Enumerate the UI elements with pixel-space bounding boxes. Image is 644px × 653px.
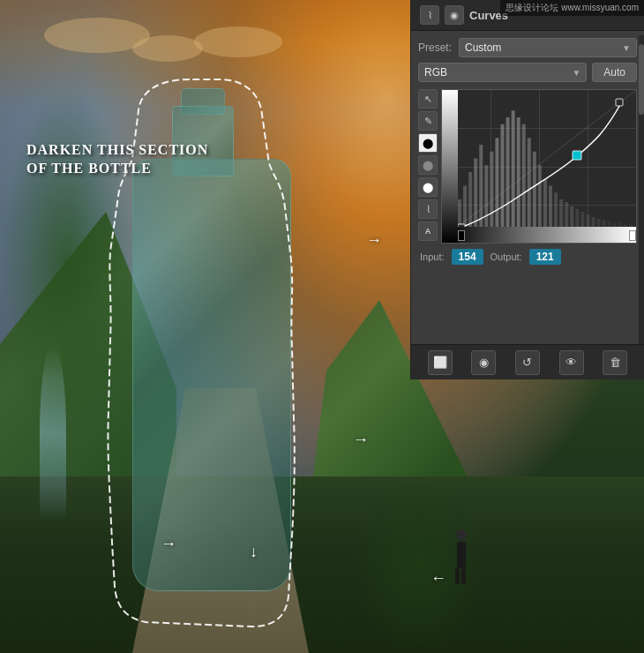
svg-rect-21: [570, 206, 573, 227]
scene-arrow-4: ←: [431, 569, 446, 588]
svg-rect-34: [573, 151, 581, 160]
cloud-3: [194, 26, 282, 57]
svg-rect-28: [608, 221, 611, 227]
svg-rect-9: [506, 117, 510, 227]
scene-arrow-1: →: [366, 231, 382, 250]
svg-rect-7: [495, 138, 498, 227]
layer-btn[interactable]: A: [418, 221, 438, 241]
svg-rect-20: [565, 202, 568, 227]
delete-button[interactable]: 🗑: [603, 350, 627, 375]
left-gradient-bar: [442, 90, 458, 243]
svg-rect-22: [575, 209, 579, 227]
annotation-container: DARKEN THIS SECTION OF THE BOTTLE: [26, 141, 208, 178]
pen-tool-btn[interactable]: ✎: [418, 111, 438, 131]
svg-rect-29: [613, 222, 617, 227]
cloud-2: [132, 35, 203, 62]
rgb-dropdown[interactable]: RGB ▼: [418, 63, 587, 82]
curves-graph[interactable]: [441, 89, 637, 244]
annotation-line2: OF THE BOTTLE: [26, 160, 208, 178]
preset-dropdown-arrow: ▼: [622, 43, 631, 53]
svg-rect-26: [597, 219, 601, 227]
eyedropper-white-btn[interactable]: ⬤: [418, 177, 438, 197]
scene-arrow-5: →: [161, 535, 176, 553]
svg-rect-23: [580, 212, 584, 227]
pointer-tool-btn[interactable]: ↖: [418, 89, 438, 109]
figure-body: [457, 542, 466, 568]
svg-rect-11: [517, 117, 520, 227]
svg-rect-14: [533, 152, 536, 227]
input-label: Input:: [420, 251, 445, 262]
io-row: Input: 154 Output: 121: [418, 249, 637, 265]
visibility-button[interactable]: 👁: [559, 350, 584, 375]
figure-leg-right: [461, 568, 466, 584]
white-point-slider[interactable]: [629, 230, 636, 241]
panel-content: Preset: Custom ▼ RGB ▼ Auto ↖ ✎ ⬤ ⬤ ⬤: [411, 31, 644, 272]
curves-area: ↖ ✎ ⬤ ⬤ ⬤ ⌇ A: [418, 89, 637, 244]
preset-dropdown[interactable]: Custom ▼: [459, 38, 637, 57]
svg-rect-0: [458, 199, 461, 227]
output-value[interactable]: 121: [529, 249, 561, 265]
svg-rect-13: [528, 138, 531, 227]
svg-rect-30: [618, 222, 622, 227]
svg-rect-32: [629, 224, 633, 227]
mask-button[interactable]: ⬜: [428, 350, 453, 375]
svg-rect-3: [474, 159, 477, 228]
svg-rect-24: [586, 214, 589, 227]
curves-tools: ↖ ✎ ⬤ ⬤ ⬤ ⌇ A: [418, 89, 438, 244]
output-label: Output:: [490, 251, 522, 262]
svg-rect-31: [624, 224, 627, 227]
svg-rect-35: [458, 224, 465, 227]
svg-rect-6: [490, 152, 493, 227]
svg-rect-15: [538, 165, 542, 227]
eyedropper-gray-btn[interactable]: ⬤: [418, 155, 438, 175]
eye-button[interactable]: ◉: [471, 350, 496, 375]
panel-bottom-toolbar: ⬜ ◉ ↺ 👁 🗑: [411, 344, 644, 379]
scrollbar-thumb[interactable]: [639, 44, 644, 115]
histogram-svg: [458, 90, 636, 227]
svg-rect-4: [479, 145, 483, 227]
properties-panel: 思缘设计论坛 www.missyuan.com ⌇ ◉ Curves Prese…: [410, 0, 644, 379]
panel-header-left: ⌇ ◉ Curves: [420, 5, 508, 25]
auto-button[interactable]: Auto: [592, 63, 637, 82]
svg-rect-19: [559, 199, 563, 227]
svg-rect-27: [603, 220, 606, 227]
svg-rect-17: [549, 186, 552, 228]
input-value[interactable]: 154: [452, 249, 483, 265]
curve-select-btn[interactable]: ⌇: [418, 199, 438, 219]
preset-row: Preset: Custom ▼: [418, 38, 637, 57]
figure-leg-left: [455, 568, 460, 584]
svg-rect-36: [616, 99, 623, 106]
rgb-value: RGB: [424, 66, 447, 79]
bottom-gradient-bar: [442, 227, 636, 243]
svg-rect-25: [592, 217, 595, 227]
svg-rect-16: [543, 179, 547, 227]
rgb-dropdown-arrow: ▼: [572, 68, 580, 78]
svg-rect-5: [484, 165, 488, 227]
svg-rect-8: [500, 124, 504, 227]
black-point-slider[interactable]: [458, 230, 465, 241]
figure-legs: [455, 568, 468, 584]
panel-icon-circle[interactable]: ◉: [445, 5, 464, 25]
svg-rect-10: [512, 110, 515, 227]
rgb-row: RGB ▼ Auto: [418, 63, 637, 82]
scene-arrow-2: →: [353, 431, 369, 449]
figure-head: [456, 529, 467, 540]
scene-arrow-3: ↓: [250, 543, 258, 561]
watermark: 思缘设计论坛 www.missyuan.com: [500, 0, 644, 16]
panel-icon-curves[interactable]: ⌇: [420, 5, 439, 25]
eyedropper-black-btn[interactable]: ⬤: [418, 133, 438, 153]
svg-rect-18: [554, 192, 558, 227]
panel-scrollbar[interactable]: [639, 35, 644, 344]
preset-value: Custom: [465, 41, 501, 54]
preset-label: Preset:: [418, 41, 453, 54]
figure: [450, 529, 472, 582]
reset-button[interactable]: ↺: [515, 350, 540, 375]
annotation-line1: DARKEN THIS SECTION: [26, 141, 208, 160]
